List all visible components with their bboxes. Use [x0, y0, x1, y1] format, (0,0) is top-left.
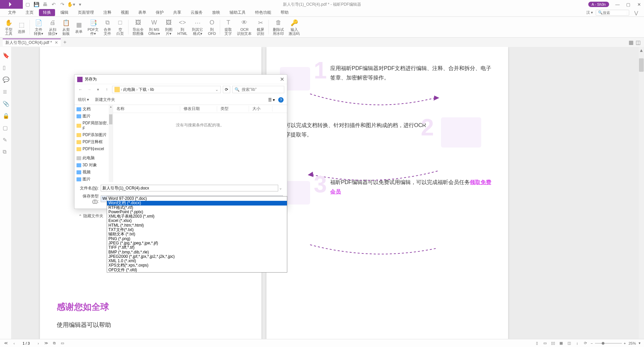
qat-save-icon[interactable]: 💾	[32, 0, 40, 8]
col-type[interactable]: 类型	[217, 106, 249, 112]
filename-input[interactable]	[101, 185, 278, 191]
comments-icon[interactable]: 💬	[3, 76, 9, 82]
tree-item[interactable]: 文档	[75, 106, 113, 113]
dialog-close-button[interactable]: ✕	[280, 76, 284, 82]
ribbon-btn-10[interactable]: W到 MS Office▾	[146, 18, 162, 37]
filetype-option[interactable]: RTF格式(*.rtf)	[107, 206, 287, 210]
zoom-slider[interactable]: − +	[591, 341, 626, 345]
file-list[interactable]: 名称 修改日期 类型 大小 没有与搜索条件匹配的项。	[113, 105, 287, 182]
filetype-option[interactable]: XPS文档(*.xps,*.oxps)	[107, 263, 287, 268]
ribbon-btn-8[interactable]: □空 白页	[114, 18, 126, 37]
ribbon-btn-2[interactable]: 📄文件 转换▾	[32, 18, 45, 37]
menu-form[interactable]: 表单	[134, 9, 150, 16]
menu-home[interactable]: 主页	[21, 9, 38, 16]
ribbon-btn-15[interactable]: T提取 文字	[222, 18, 234, 37]
page-number-input[interactable]	[19, 341, 33, 345]
sb-reflow-icon[interactable]: ↕	[575, 341, 580, 346]
scrollbar-thumb[interactable]	[639, 58, 644, 72]
ribbon-btn-1[interactable]: ⬚选择	[15, 18, 28, 37]
menu-edit[interactable]: 编辑	[56, 9, 72, 16]
filetype-option[interactable]: PNG (*.png)	[107, 237, 287, 241]
ribbon-btn-5[interactable]: ▦表单	[73, 18, 85, 37]
ribbon-btn-7[interactable]: ⧉合并 文件	[101, 18, 113, 37]
ribbon-btn-12[interactable]: <>到 HTML	[176, 18, 190, 37]
zoom-in-button[interactable]: +	[624, 341, 626, 345]
filetype-option[interactable]: Word文档 (*.docx)	[107, 201, 287, 205]
qat-redo-icon[interactable]: ↷	[58, 0, 66, 8]
layers-icon[interactable]: ≣	[3, 89, 9, 95]
pages-icon[interactable]: ▯	[3, 64, 9, 70]
qat-open-icon[interactable]: ▢	[23, 0, 32, 8]
tree-scrollbar[interactable]: ▴	[109, 105, 113, 182]
tree-item[interactable]: PDF注释框	[75, 138, 113, 146]
more-panels-icon[interactable]: ⧉	[3, 149, 9, 155]
menu-comment[interactable]: 注释	[99, 9, 115, 16]
signature-icon[interactable]: ✎	[3, 137, 9, 143]
ribbon-btn-6[interactable]: 📑PDF文 件▾	[86, 18, 101, 37]
sb-book-icon[interactable]: ▭	[60, 341, 65, 346]
maximize-button[interactable]: ▢	[623, 0, 633, 9]
col-name[interactable]: 名称	[113, 106, 180, 112]
breadcrumb[interactable]: › 此电脑 › 下载 › lib ⌄	[112, 86, 221, 93]
security-icon[interactable]: 🔒	[3, 113, 9, 119]
zoom-out-button[interactable]: −	[591, 341, 593, 345]
close-button[interactable]: ✕	[634, 0, 644, 9]
sb-view-3[interactable]: ▯▯	[550, 341, 556, 346]
filetype-option[interactable]: XML 1.0 (*.xml)	[107, 259, 287, 263]
menu-accessibility[interactable]: 辅助工具	[226, 9, 250, 16]
filetype-option[interactable]: TXT文件(*.txt)	[107, 228, 287, 232]
filetype-option[interactable]: HTML (*.htm;*.html)	[107, 223, 287, 228]
filetype-option[interactable]: Word 97-2003 (*.doc)	[107, 196, 287, 201]
menu-search[interactable]: 🔍	[596, 10, 629, 16]
sb-view-2[interactable]: ▭	[542, 341, 548, 346]
dialog-search-input[interactable]	[242, 87, 282, 92]
sb-rotate-icon[interactable]: ⟳	[583, 341, 588, 346]
menu-view[interactable]: 视图	[117, 9, 133, 16]
ribbon-btn-13[interactable]: ⋯到其它 格式▾	[190, 18, 205, 37]
nav-up-button[interactable]: ↑	[103, 86, 110, 93]
breadcrumb-dropdown[interactable]: ⌄	[215, 87, 218, 92]
tree-item[interactable]: 图片	[75, 113, 113, 120]
refresh-button[interactable]: ⟳	[223, 86, 230, 93]
sb-last-page[interactable]: ≫	[44, 341, 49, 346]
language-dropdown[interactable]: 汉 ▾	[586, 10, 593, 15]
tree-item[interactable]: PDF局部加密、F	[75, 120, 113, 131]
filetype-option[interactable]: BMP (*.bmp,*.dib,*.rle)	[107, 250, 287, 254]
menu-share[interactable]: 共享	[169, 9, 185, 16]
filetype-option[interactable]: Excel (*.xlsx)	[107, 219, 287, 223]
tree-item[interactable]: PDF转excel	[75, 146, 113, 153]
filetype-option[interactable]: PowerPoint (*.pptx)	[107, 210, 287, 214]
ribbon-btn-17[interactable]: ✂截屏 识别	[254, 18, 266, 37]
collapse-ribbon-icon[interactable]: ⋁	[632, 9, 640, 17]
minimize-button[interactable]: —	[612, 0, 623, 9]
dialog-search[interactable]: 🔍	[232, 86, 284, 93]
nav-back-button[interactable]: ←	[77, 86, 84, 93]
qat-hand-icon[interactable]: ✋▾	[67, 0, 75, 8]
ribbon-btn-19[interactable]: 🔑输入 激活码	[287, 18, 302, 37]
tab-add-button[interactable]: +	[63, 39, 66, 45]
new-folder-button[interactable]: 新建文件夹	[95, 97, 115, 103]
attachments-icon[interactable]: 📎	[3, 101, 9, 107]
filetype-option[interactable]: JPEG2000 (*.jpf,*.jpx,*.jp2,*.j2k,*.jpc)	[107, 254, 287, 259]
ribbon-btn-14[interactable]: O到 OFD	[206, 18, 218, 37]
menu-features[interactable]: 特色功能	[251, 9, 275, 16]
menu-page[interactable]: 页面管理	[74, 9, 98, 16]
filetype-option[interactable]: JPEG (*.jpg,*.jpeg,*.jpe,*.jif)	[107, 241, 287, 245]
tree-item[interactable]: PDF添加图片	[75, 131, 113, 138]
ribbon-btn-3[interactable]: 🖨从扫 描仪▾	[46, 18, 59, 37]
zoom-value[interactable]: 25%	[629, 341, 636, 345]
sb-view-1[interactable]: ▯	[534, 341, 540, 346]
menu-present[interactable]: 放映	[208, 9, 224, 16]
sb-view-4[interactable]: ▦	[558, 341, 564, 346]
menu-protect[interactable]: 保护	[152, 9, 168, 16]
ribbon-btn-18[interactable]: 🗑删除试 用水印	[271, 18, 286, 37]
sb-view-5[interactable]: ◫	[566, 341, 572, 346]
tab-close-icon[interactable]: ✕	[55, 40, 58, 45]
organize-button[interactable]: 组织 ▾	[78, 97, 89, 103]
filetype-dropdown-list[interactable]: Word 97-2003 (*.doc)Word文档 (*.docx)RTF格式…	[107, 196, 287, 273]
zoom-dropdown[interactable]: ▾	[639, 341, 641, 345]
menu-convert[interactable]: 转换	[39, 9, 55, 16]
sb-prev-page[interactable]: ‹	[11, 341, 17, 346]
tree-item[interactable]: 此电脑	[75, 155, 113, 162]
tree-item[interactable]: 图片	[75, 176, 113, 182]
